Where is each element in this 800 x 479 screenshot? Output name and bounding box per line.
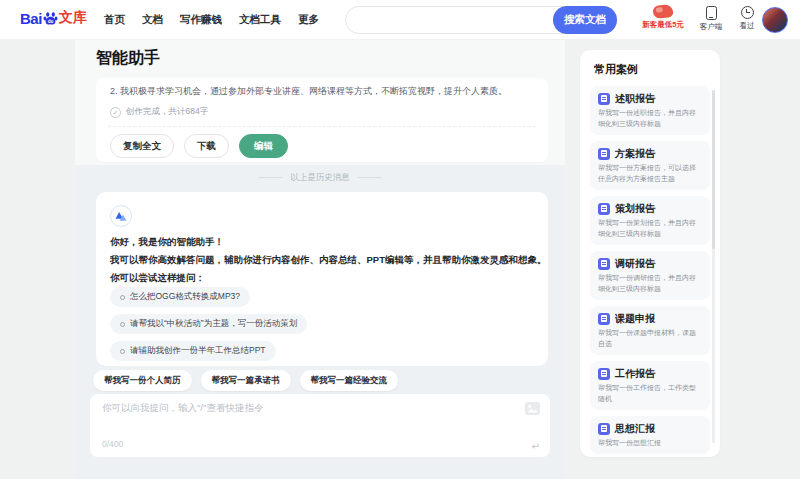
case-desc: 帮我写一份思想汇报: [598, 437, 702, 448]
case-item-shuzhi-report[interactable]: 述职报告 帮我写一份述职报告，并且内容细化到三级内容标题: [590, 86, 710, 135]
generation-status: ✓ 创作完成，共计684字: [110, 106, 208, 118]
case-title: 调研报告: [615, 257, 655, 271]
clock-icon: [741, 6, 754, 19]
case-title: 方案报告: [615, 147, 655, 161]
user-avatar[interactable]: [762, 7, 788, 33]
logo-bai-text: Bai: [20, 10, 42, 27]
prompt-input-card: 0/400 ↵: [90, 394, 550, 457]
case-desc: 帮我写一份课题申报材料，课题自选: [598, 327, 702, 349]
history-label: 看过: [740, 21, 755, 31]
generated-result-card: 2. 我积极寻求学习机会，通过参加外部专业讲座、网络课程等方式，不断拓宽视野，提…: [96, 78, 548, 162]
assistant-avatar: [110, 205, 132, 227]
case-item-gongzuo-report[interactable]: 工作报告 帮我写一份工作报告，工作类型随机: [590, 361, 710, 410]
image-upload-icon[interactable]: [525, 402, 540, 415]
client-app-entry[interactable]: 客户端: [696, 5, 726, 32]
suggestion-text: 怎么把OGG格式转换成MP3?: [130, 291, 240, 303]
suggestion-chip-halfyear-ppt[interactable]: 请辅助我创作一份半年工作总结PPT: [110, 341, 276, 361]
promo-label: 新客最低5元: [642, 20, 684, 30]
document-icon: [598, 423, 610, 435]
assistant-intro: 我可以帮你高效解答问题，辅助你进行内容创作、内容总结、PPT编辑等，并且帮助你激…: [110, 254, 546, 267]
client-label: 客户端: [700, 22, 723, 32]
svg-text:du: du: [48, 19, 54, 24]
assistant-logo-icon: [115, 211, 127, 222]
prompt-input[interactable]: [102, 402, 507, 434]
quick-prompt-commitment[interactable]: 帮我写一篇承诺书: [201, 370, 291, 391]
search-docs-button[interactable]: 搜索文档: [553, 6, 617, 34]
nav-item-home[interactable]: 首页: [104, 13, 125, 27]
suggestion-text: 请帮我以“中秋活动”为主题，写一份活动策划: [130, 318, 297, 330]
nav-item-more[interactable]: 更多: [298, 13, 319, 27]
char-counter: 0/400: [102, 439, 123, 449]
suggestion-text: 请辅助我创作一份半年工作总结PPT: [130, 345, 266, 357]
edit-button[interactable]: 编辑: [239, 134, 288, 158]
case-title: 述职报告: [615, 92, 655, 106]
case-item-diaoyan-report[interactable]: 调研报告 帮我写一份调研报告，并且内容细化到三级内容标题: [590, 251, 710, 300]
viewed-history-entry[interactable]: 看过: [734, 5, 760, 31]
sidebar-scrollbar[interactable]: [712, 90, 715, 443]
page-title: 智能助手: [96, 48, 160, 69]
status-text: 创作完成，共计684字: [126, 106, 208, 118]
nav-item-docs[interactable]: 文档: [142, 13, 163, 27]
document-icon: [598, 313, 610, 325]
suggestion-chip-midautumn-plan[interactable]: 请帮我以“中秋活动”为主题，写一份活动策划: [110, 314, 307, 334]
case-list: 述职报告 帮我写一份述职报告，并且内容细化到三级内容标题 方案报告 帮我写一份方…: [590, 86, 710, 460]
case-item-fangan-report[interactable]: 方案报告 帮我写一份方案报告，可以选择任意内容为方案报告主题: [590, 141, 710, 190]
sidebar-title: 常用案例: [594, 62, 638, 77]
logo-wenku-text: 文库: [59, 9, 87, 27]
enter-key-icon: ↵: [532, 441, 540, 452]
document-icon: [598, 93, 610, 105]
phone-icon: [706, 6, 717, 20]
quick-prompt-row: 帮我写一份个人简历 帮我写一篇承诺书 帮我写一篇经验交流: [93, 370, 398, 391]
promo-gift-icon: [652, 4, 673, 19]
nav-item-tools[interactable]: 文档工具: [239, 13, 281, 27]
case-item-cehua-report[interactable]: 策划报告 帮我写一份策划报告，并且内容细化到三级内容标题: [590, 196, 710, 245]
bullet-icon: [120, 349, 125, 354]
document-icon: [598, 203, 610, 215]
quick-prompt-experience[interactable]: 帮我写一篇经验交流: [300, 370, 399, 391]
document-icon: [598, 368, 610, 380]
bullet-icon: [120, 295, 125, 300]
assistant-greeting: 你好，我是你的智能助手！: [110, 236, 224, 249]
nav-item-earn[interactable]: 写作赚钱: [180, 13, 222, 27]
case-item-keti-shenbao[interactable]: 课题申报 帮我写一份课题申报材料，课题自选: [590, 306, 710, 355]
case-desc: 帮我写一份方案报告，可以选择任意内容为方案报告主题: [598, 162, 702, 184]
baidu-paw-icon: du: [43, 11, 58, 26]
sidebar-scrollbar-thumb[interactable]: [712, 90, 715, 249]
case-desc: 帮我写一份工作报告，工作类型随机: [598, 382, 702, 404]
case-desc: 帮我写一份述职报告，并且内容细化到三级内容标题: [598, 107, 702, 129]
search-bar: 搜索文档: [345, 6, 617, 34]
assistant-message-bubble: 你好，我是你的智能助手！ 我可以帮你高效解答问题，辅助你进行内容创作、内容总结、…: [96, 192, 548, 366]
common-cases-sidebar: 常用案例 述职报告 帮我写一份述职报告，并且内容细化到三级内容标题 方案报告 帮…: [580, 50, 720, 457]
case-title: 思想汇报: [615, 422, 655, 436]
case-desc: 帮我写一份策划报告，并且内容细化到三级内容标题: [598, 217, 702, 239]
new-user-promo[interactable]: 新客最低5元: [638, 5, 688, 30]
suggestion-list: 怎么把OGG格式转换成MP3? 请帮我以“中秋活动”为主题，写一份活动策划 请辅…: [110, 287, 307, 361]
case-item-sixiang-huibao[interactable]: 思想汇报 帮我写一份思想汇报: [590, 416, 710, 454]
download-button[interactable]: 下载: [184, 134, 229, 158]
quick-prompt-resume[interactable]: 帮我写一份个人简历: [93, 370, 192, 391]
document-icon: [598, 148, 610, 160]
result-actions: 复制全文 下载 编辑: [110, 134, 288, 158]
assistant-try-label: 你可以尝试这样提问：: [110, 272, 205, 285]
case-title: 课题申报: [615, 312, 655, 326]
case-title: 工作报告: [615, 367, 655, 381]
baidu-wenku-logo[interactable]: Bai du 文库: [20, 9, 87, 27]
copy-all-button[interactable]: 复制全文: [110, 134, 174, 158]
generated-text-snippet: 2. 我积极寻求学习机会，通过参加外部专业讲座、网络课程等方式，不断拓宽视野，提…: [110, 85, 534, 98]
check-circle-icon: ✓: [110, 107, 121, 118]
bullet-icon: [120, 322, 125, 327]
document-icon: [598, 258, 610, 270]
top-navbar: Bai du 文库 首页 文档 写作赚钱 文档工具 更多 搜索文档 新客最低5元…: [0, 0, 800, 40]
suggestion-chip-ogg-mp3[interactable]: 怎么把OGG格式转换成MP3?: [110, 287, 250, 307]
nav-menu: 首页 文档 写作赚钱 文档工具 更多: [104, 0, 319, 40]
history-divider: 以上是历史消息: [75, 172, 565, 184]
case-title: 策划报告: [615, 202, 655, 216]
card-separator: [108, 126, 536, 127]
case-desc: 帮我写一份调研报告，并且内容细化到三级内容标题: [598, 272, 702, 294]
